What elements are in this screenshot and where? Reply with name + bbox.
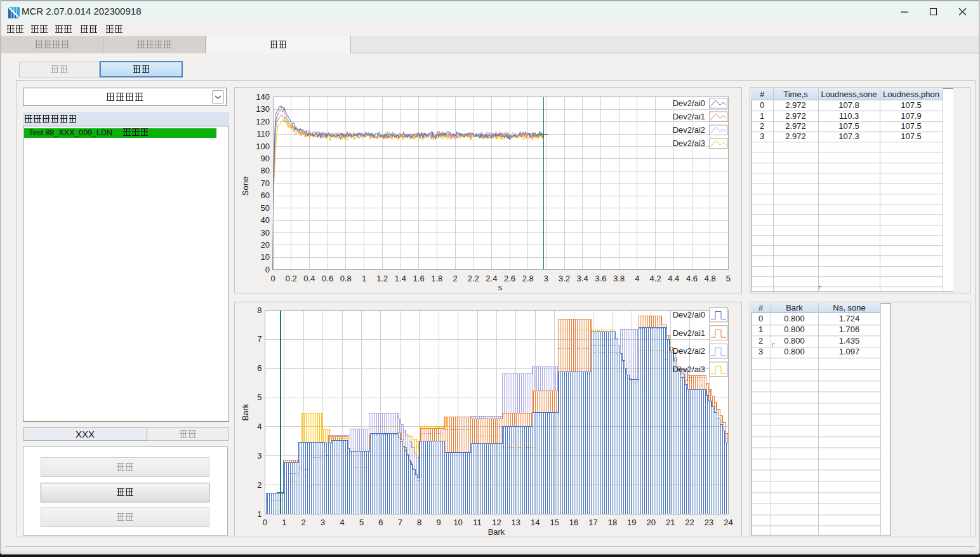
svg-text:1.4: 1.4 <box>395 274 406 283</box>
svg-text:13: 13 <box>512 518 520 527</box>
svg-text:1.6: 1.6 <box>413 274 425 283</box>
svg-text:20: 20 <box>261 240 270 250</box>
svg-text:80: 80 <box>261 166 270 175</box>
svg-text:16: 16 <box>569 518 578 527</box>
svg-text:0.6: 0.6 <box>322 274 333 283</box>
svg-text:3: 3 <box>257 451 262 460</box>
svg-text:0: 0 <box>263 518 267 527</box>
svg-text:Dev2/ai3: Dev2/ai3 <box>673 365 705 374</box>
svg-text:15: 15 <box>550 518 559 527</box>
svg-text:130: 130 <box>256 104 270 114</box>
svg-text:Dev2/ai0: Dev2/ai0 <box>673 310 705 319</box>
svg-text:4: 4 <box>635 274 639 283</box>
svg-text:1.2: 1.2 <box>376 274 388 283</box>
svg-text:9: 9 <box>437 518 441 527</box>
svg-text:8: 8 <box>257 305 262 315</box>
svg-text:2.2: 2.2 <box>468 274 479 283</box>
svg-text:Sone: Sone <box>241 177 250 196</box>
svg-text:6: 6 <box>378 518 383 527</box>
svg-text:0.2: 0.2 <box>286 274 297 283</box>
svg-text:2.4: 2.4 <box>486 274 497 283</box>
svg-text:0: 0 <box>265 265 270 274</box>
svg-text:4: 4 <box>257 422 262 431</box>
svg-text:Dev2/ai0: Dev2/ai0 <box>673 98 705 108</box>
svg-text:4: 4 <box>340 518 344 527</box>
svg-text:5: 5 <box>726 274 731 283</box>
svg-text:10: 10 <box>453 518 462 527</box>
svg-text:5: 5 <box>359 518 364 527</box>
svg-text:5: 5 <box>257 393 262 402</box>
svg-text:90: 90 <box>261 154 270 163</box>
svg-text:8: 8 <box>417 518 421 527</box>
svg-text:140: 140 <box>256 92 270 102</box>
svg-text:Bark: Bark <box>488 527 505 537</box>
svg-text:1: 1 <box>257 509 262 519</box>
svg-text:11: 11 <box>473 518 482 527</box>
svg-text:23: 23 <box>705 518 713 527</box>
svg-text:30: 30 <box>261 228 270 238</box>
svg-text:6: 6 <box>257 363 262 373</box>
svg-text:1: 1 <box>282 518 286 527</box>
svg-text:2.8: 2.8 <box>522 274 534 283</box>
svg-text:Dev2/ai2: Dev2/ai2 <box>673 346 705 356</box>
svg-text:3.6: 3.6 <box>595 274 606 283</box>
svg-text:Dev2/ai3: Dev2/ai3 <box>673 138 705 148</box>
svg-text:Dev2/ai1: Dev2/ai1 <box>673 328 705 338</box>
svg-text:10: 10 <box>261 252 270 262</box>
svg-text:4.6: 4.6 <box>686 274 698 283</box>
svg-text:19: 19 <box>627 518 636 527</box>
svg-text:24: 24 <box>724 518 732 527</box>
svg-text:3.8: 3.8 <box>613 274 625 283</box>
svg-text:3.2: 3.2 <box>559 274 570 283</box>
svg-text:70: 70 <box>261 178 270 188</box>
svg-text:1: 1 <box>362 274 366 283</box>
svg-text:50: 50 <box>261 203 270 213</box>
svg-text:60: 60 <box>261 191 270 200</box>
svg-text:20: 20 <box>646 518 655 527</box>
svg-text:21: 21 <box>666 518 675 527</box>
svg-text:3: 3 <box>321 518 325 527</box>
svg-text:3.4: 3.4 <box>577 274 588 283</box>
svg-text:4.2: 4.2 <box>650 274 661 283</box>
svg-text:2.6: 2.6 <box>504 274 515 283</box>
svg-text:Bark: Bark <box>241 403 250 420</box>
svg-text:22: 22 <box>685 518 694 527</box>
svg-text:7: 7 <box>257 334 262 344</box>
svg-text:110: 110 <box>256 129 270 138</box>
svg-text:2: 2 <box>301 518 306 527</box>
svg-text:17: 17 <box>588 518 597 527</box>
svg-text:1.8: 1.8 <box>431 274 442 283</box>
svg-text:4.8: 4.8 <box>705 274 716 283</box>
svg-text:s: s <box>498 283 503 292</box>
svg-text:2: 2 <box>453 274 457 283</box>
svg-text:2: 2 <box>257 480 262 490</box>
svg-text:Dev2/ai1: Dev2/ai1 <box>673 112 705 121</box>
svg-text:0: 0 <box>270 274 275 283</box>
svg-text:4.4: 4.4 <box>668 274 679 283</box>
svg-text:Dev2/ai2: Dev2/ai2 <box>673 125 705 135</box>
svg-text:0.8: 0.8 <box>340 274 352 283</box>
svg-text:7: 7 <box>398 518 402 527</box>
svg-text:3: 3 <box>544 274 548 283</box>
svg-text:18: 18 <box>608 518 617 527</box>
svg-text:40: 40 <box>261 215 270 225</box>
svg-text:0.4: 0.4 <box>303 274 315 283</box>
svg-text:100: 100 <box>256 142 270 151</box>
svg-text:12: 12 <box>492 518 501 527</box>
svg-text:120: 120 <box>256 117 270 126</box>
svg-text:14: 14 <box>531 518 540 527</box>
